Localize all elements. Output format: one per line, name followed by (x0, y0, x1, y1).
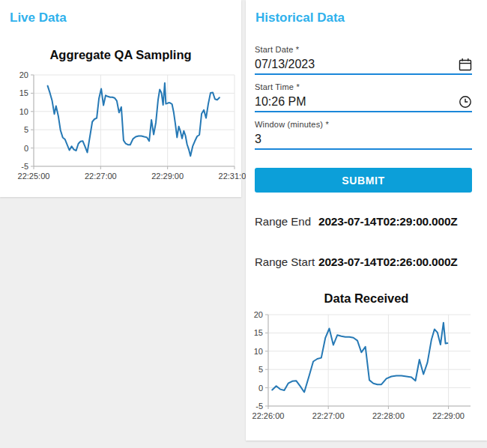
start-date-label: Start Date * (255, 45, 472, 54)
calendar-icon[interactable] (459, 58, 472, 71)
range-end-row: Range End 2023-07-14T02:29:00.000Z (255, 215, 480, 228)
range-end-value: 2023-07-14T02:29:00.000Z (318, 215, 458, 228)
svg-text:5: 5 (258, 365, 263, 374)
svg-text:5: 5 (24, 125, 28, 134)
submit-button[interactable]: SUBMIT (255, 168, 472, 193)
range-start-row: Range Start 2023-07-14T02:26:00.000Z (255, 255, 480, 269)
svg-text:15: 15 (254, 328, 263, 337)
clock-icon[interactable] (459, 95, 472, 109)
window-minutes-label: Window (minutes) * (255, 120, 472, 129)
svg-text:10: 10 (19, 107, 28, 116)
svg-text:22:25:00: 22:25:00 (18, 172, 50, 181)
range-start-value: 2023-07-14T02:26:00.000Z (318, 255, 458, 269)
svg-text:22:26:00: 22:26:00 (252, 411, 285, 420)
svg-text:20: 20 (254, 310, 263, 319)
window-minutes-field: Window (minutes) * (255, 120, 472, 150)
svg-text:0: 0 (258, 384, 263, 393)
range-end-label: Range End (255, 215, 318, 228)
window-minutes-input[interactable] (255, 133, 472, 146)
svg-text:22:27:00: 22:27:00 (85, 172, 117, 181)
live-chart-title: Aggregate QA Sampling (0, 48, 241, 62)
historical-chart-canvas[interactable]: -50510152022:26:0022:27:0022:28:0022:29:… (247, 309, 480, 423)
range-start-label: Range Start (255, 255, 318, 268)
svg-text:22:29:00: 22:29:00 (432, 411, 465, 420)
svg-text:20: 20 (19, 70, 28, 79)
live-chart-canvas[interactable]: -50510152022:25:0022:27:0022:29:0022:31:… (2, 69, 239, 183)
start-date-input[interactable] (255, 58, 459, 71)
start-time-field: Start Time * (255, 82, 472, 112)
start-time-input[interactable] (255, 95, 459, 109)
svg-text:-5: -5 (255, 402, 263, 411)
historical-data-panel: Historical Data Start Date * Start Time … (246, 0, 487, 441)
svg-text:15: 15 (19, 88, 28, 97)
svg-text:0: 0 (24, 144, 28, 153)
svg-text:-5: -5 (21, 162, 28, 171)
svg-text:10: 10 (254, 347, 263, 356)
live-data-panel: Live Data Aggregate QA Sampling -5051015… (0, 0, 241, 197)
svg-text:22:27:00: 22:27:00 (312, 411, 345, 420)
start-time-label: Start Time * (255, 82, 472, 91)
historical-chart-title: Data Received (246, 291, 487, 306)
start-date-field: Start Date * (255, 45, 472, 75)
svg-text:22:28:00: 22:28:00 (372, 411, 405, 420)
svg-text:22:29:00: 22:29:00 (151, 172, 184, 181)
live-data-heading: Live Data (10, 10, 67, 25)
historical-data-heading: Historical Data (255, 10, 345, 25)
